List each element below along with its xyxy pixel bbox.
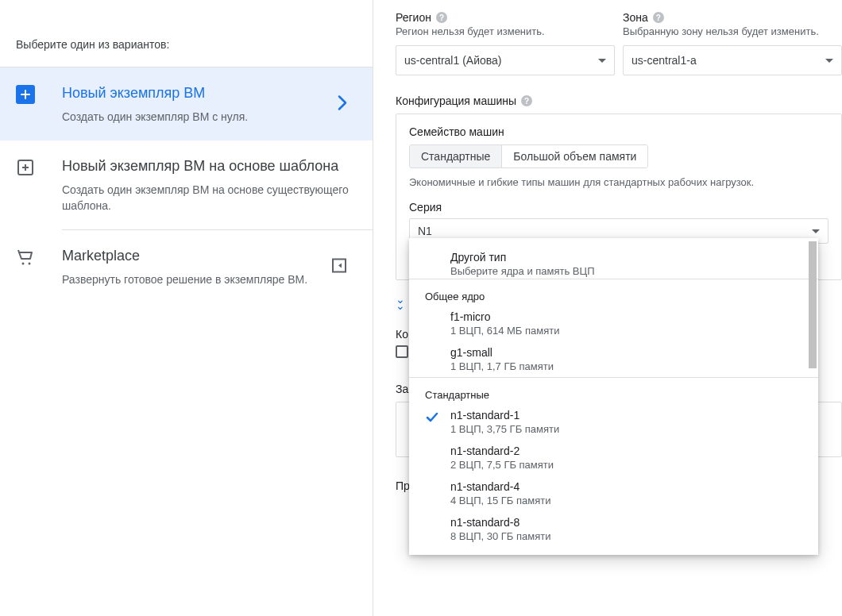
dd-item-custom[interactable]: Другой тип Выберите ядра и память ВЦП xyxy=(409,238,818,279)
machine-type-dropdown: Другой тип Выберите ядра и память ВЦП Об… xyxy=(409,238,818,555)
svg-point-1 xyxy=(22,263,25,265)
template-icon xyxy=(16,158,35,177)
dd-item-title: f1-micro xyxy=(450,310,802,323)
dd-item-title: n1-standard-1 xyxy=(450,409,802,422)
dd-item-title: n1-standard-4 xyxy=(450,480,802,493)
region-value: us-central1 (Айова) xyxy=(404,54,501,67)
option-title: Новый экземпляр ВМ на основе шаблона xyxy=(62,156,357,175)
dd-item-desc: 4 ВЦП, 15 ГБ памяти xyxy=(450,495,802,506)
region-label: Регион ? xyxy=(396,11,615,24)
dd-item-title: g1-small xyxy=(450,346,802,359)
dd-item-n1-standard-1[interactable]: n1-standard-1 1 ВЦП, 3,75 ГБ памяти xyxy=(409,404,818,440)
dd-item-desc: 1 ВЦП, 3,75 ГБ памяти xyxy=(450,423,802,435)
dd-item-desc: 1 ВЦП, 614 МБ памяти xyxy=(450,325,802,337)
deploy-icon xyxy=(331,258,347,276)
svg-point-2 xyxy=(29,263,31,265)
dd-item-desc: Выберите ядра и память ВЦП xyxy=(450,265,802,277)
double-chevron-down-icon: ⌄⌄ xyxy=(396,296,405,309)
zone-note: Выбранную зону нельзя будет изменить. xyxy=(623,25,842,37)
zone-value: us-central1-a xyxy=(632,54,697,67)
chevron-right-icon xyxy=(338,95,347,114)
dd-group-shared: Общее ядро xyxy=(409,279,818,306)
help-icon[interactable]: ? xyxy=(436,12,447,23)
left-panel: Выберите один из вариантов: Новый экземп… xyxy=(0,0,373,616)
dd-item-n1-standard-2[interactable]: n1-standard-2 2 ВЦП, 7,5 ГБ памяти xyxy=(409,440,818,475)
checkbox-stub[interactable] xyxy=(396,345,408,358)
machine-family-label: Семейство машин xyxy=(409,125,828,138)
machine-family-tabs: Стандартные Большой объем памяти xyxy=(409,144,648,168)
dd-item-title: n1-standard-8 xyxy=(450,516,802,529)
dd-item-desc: 2 ВЦП, 7,5 ГБ памяти xyxy=(450,459,802,471)
dd-item-desc: 8 ВЦП, 30 ГБ памяти xyxy=(450,530,802,542)
option-desc: Создать один экземпляр ВМ на основе суще… xyxy=(62,182,357,214)
region-note: Регион нельзя будет изменить. xyxy=(396,25,615,37)
dd-item-n1-standard-4[interactable]: n1-standard-4 4 ВЦП, 15 ГБ памяти xyxy=(409,475,818,511)
dd-item-n1-standard-8[interactable]: n1-standard-8 8 ВЦП, 30 ГБ памяти xyxy=(409,511,818,547)
zone-select[interactable]: us-central1-a xyxy=(623,45,842,75)
series-label: Серия xyxy=(409,201,828,214)
option-from-template[interactable]: Новый экземпляр ВМ на основе шаблона Соз… xyxy=(62,141,373,230)
option-marketplace[interactable]: Marketplace Развернуть готовое решение в… xyxy=(62,230,373,303)
plus-square-icon xyxy=(16,85,35,104)
option-new-vm[interactable]: Новый экземпляр ВМ Создать один экземпля… xyxy=(0,67,373,141)
zone-label: Зона ? xyxy=(623,11,842,24)
tab-standard[interactable]: Стандартные xyxy=(410,145,502,167)
chevron-down-icon xyxy=(812,229,820,233)
machine-config-label: Конфигурация машины ? xyxy=(396,94,842,107)
chevron-down-icon xyxy=(825,59,833,63)
tab-description: Экономичные и гибкие типы машин для стан… xyxy=(409,176,828,188)
dd-group-standard: Стандартные xyxy=(409,377,818,404)
tab-highmem[interactable]: Большой объем памяти xyxy=(502,145,647,167)
cart-icon xyxy=(16,248,35,267)
dd-item-title: Другой тип xyxy=(450,251,802,264)
option-title: Новый экземпляр ВМ xyxy=(62,83,357,102)
option-title: Marketplace xyxy=(62,246,357,265)
check-icon xyxy=(425,410,439,427)
dd-item-desc: 1 ВЦП, 1,7 ГБ памяти xyxy=(450,360,802,372)
series-value: N1 xyxy=(418,225,432,237)
chevron-down-icon xyxy=(598,59,606,63)
dd-item-f1-micro[interactable]: f1-micro 1 ВЦП, 614 МБ памяти xyxy=(409,306,818,341)
region-select[interactable]: us-central1 (Айова) xyxy=(396,45,615,75)
help-icon[interactable]: ? xyxy=(653,12,664,23)
dd-item-title: n1-standard-2 xyxy=(450,445,802,457)
option-desc: Развернуть готовое решение в экземпляре … xyxy=(62,271,357,287)
dd-item-g1-small[interactable]: g1-small 1 ВЦП, 1,7 ГБ памяти xyxy=(409,341,818,377)
help-icon[interactable]: ? xyxy=(521,95,532,106)
left-header: Выберите один из вариантов: xyxy=(0,0,373,67)
option-desc: Создать один экземпляр ВМ с нуля. xyxy=(62,109,357,125)
